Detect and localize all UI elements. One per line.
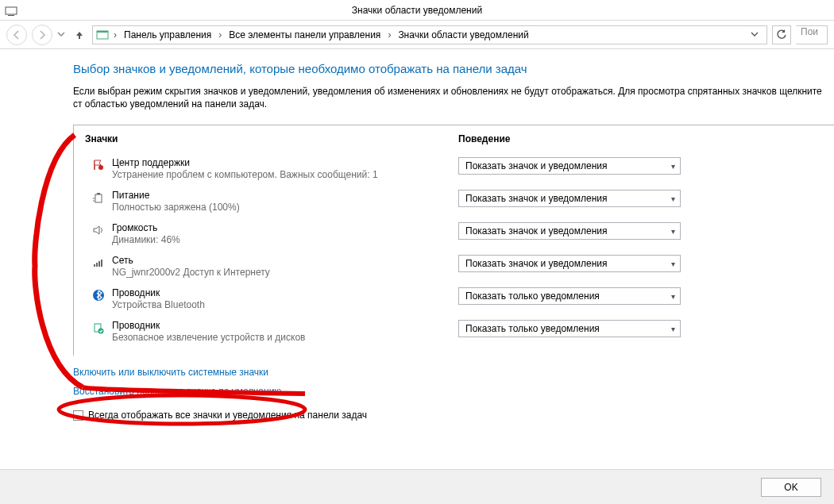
icon-row: ПроводникБезопасное извлечение устройств… [85,315,834,348]
breadcrumb-item-0[interactable]: Панель управления [122,29,214,40]
row-desc: Динамики: 46% [112,234,450,245]
page-intro: Если выбран режим скрытия значков и увед… [73,85,834,110]
row-name: Проводник [112,287,450,298]
svg-rect-7 [94,264,95,267]
row-name: Центр поддержки [112,157,450,168]
row-name: Сеть [112,255,450,266]
window-title: Значки области уведомлений [352,5,482,16]
svg-rect-9 [98,261,100,267]
chevron-right-icon: › [386,29,392,40]
network-icon [85,255,112,269]
always-show-checkbox[interactable] [73,410,83,421]
breadcrumb-bar[interactable]: › Панель управления › Все элементы панел… [92,25,767,44]
row-desc: Безопасное извлечение устройств и дисков [112,332,450,343]
row-desc: NG_jwnr2000v2 Доступ к Интернету [112,267,450,278]
behavior-select-value: Показать только уведомления [465,323,600,334]
behavior-select[interactable]: Показать значок и уведомления▾ [458,222,681,240]
chevron-down-icon: ▾ [671,325,675,333]
svg-rect-3 [97,31,108,33]
row-name: Проводник [112,320,450,331]
chevron-right-icon: › [217,29,223,40]
svg-point-4 [98,165,103,170]
icon-row: Центр поддержкиУстранение проблем с комп… [85,152,834,185]
chevron-right-icon: › [112,29,118,40]
behavior-select[interactable]: Показать только уведомления▾ [458,320,681,337]
volume-icon [85,222,112,237]
icon-row: ПроводникУстройства BluetoothПоказать то… [85,283,834,315]
behavior-select-value: Показать значок и уведомления [465,193,608,204]
behavior-select-value: Показать только уведомления [465,290,600,302]
always-show-label: Всегда отображать все значки и уведомлен… [88,410,367,421]
ok-button[interactable]: OK [761,478,821,497]
bluetooth-icon [85,287,112,302]
svg-rect-6 [95,194,102,202]
nav-toolbar: › Панель управления › Все элементы панел… [0,21,834,49]
breadcrumb-dropdown[interactable] [751,29,763,40]
behavior-select-value: Показать значок и уведомления [465,160,608,171]
nav-back-button[interactable] [6,25,27,45]
row-desc: Устранение проблем с компьютером. Важных… [112,169,450,180]
search-input[interactable]: Пои [796,25,828,44]
titlebar: Значки области уведомлений [0,0,834,21]
content-area: Выбор значков и уведомлений, которые нео… [10,49,834,468]
system-icon [5,4,17,17]
chevron-down-icon: ▾ [671,194,675,203]
svg-rect-10 [101,260,102,267]
chevron-down-icon: ▾ [671,292,675,301]
system-icons-link[interactable]: Включить или выключить системные значки [73,367,268,378]
nav-forward-button[interactable] [32,25,52,45]
icon-row: ПитаниеПолностью заряжена (100%)Показать… [85,185,834,217]
breadcrumb-item-1[interactable]: Все элементы панели управления [226,29,383,40]
row-desc: Устройства Bluetooth [112,299,450,310]
restore-defaults-link[interactable]: Восстановить поведение значка по умолчан… [73,386,281,397]
chevron-down-icon: ▾ [671,260,675,268]
battery-icon [85,190,112,204]
row-name: Громкость [112,222,450,233]
svg-rect-0 [6,7,17,14]
row-desc: Полностью заряжена (100%) [112,202,450,213]
behavior-select[interactable]: Показать значок и уведомления▾ [458,157,681,175]
col-header-icons: Значки [85,133,458,144]
breadcrumb-item-2[interactable]: Значки области уведомлений [396,29,531,40]
behavior-select[interactable]: Показать только уведомления▾ [458,287,681,305]
icon-row: ГромкостьДинамики: 46%Показать значок и … [85,217,834,250]
col-header-behavior: Поведение [458,133,510,144]
behavior-select-value: Показать значок и уведомления [465,225,608,237]
behavior-select[interactable]: Показать значок и уведомления▾ [458,255,681,272]
icon-row: СетьNG_jwnr2000v2 Доступ к ИнтернетуПока… [85,250,834,283]
nav-history-dropdown[interactable] [57,29,67,40]
behavior-select[interactable]: Показать значок и уведомления▾ [458,190,681,207]
control-panel-icon [96,29,109,41]
chevron-down-icon: ▾ [671,227,675,236]
chevron-down-icon: ▾ [671,162,675,171]
column-headers: Значки Поведение [85,133,834,144]
svg-rect-8 [96,263,98,267]
refresh-button[interactable] [772,25,791,44]
flag-icon [85,157,112,171]
footer: OK [0,469,834,504]
page-heading: Выбор значков и уведомлений, которые нео… [73,62,834,75]
nav-up-button[interactable] [71,27,87,43]
svg-point-13 [98,329,104,334]
svg-rect-1 [8,15,14,16]
icons-panel: Значки Поведение Центр поддержкиУстранен… [73,125,834,356]
eject-icon [85,320,112,334]
row-name: Питание [112,190,450,201]
behavior-select-value: Показать значок и уведомления [465,258,608,269]
